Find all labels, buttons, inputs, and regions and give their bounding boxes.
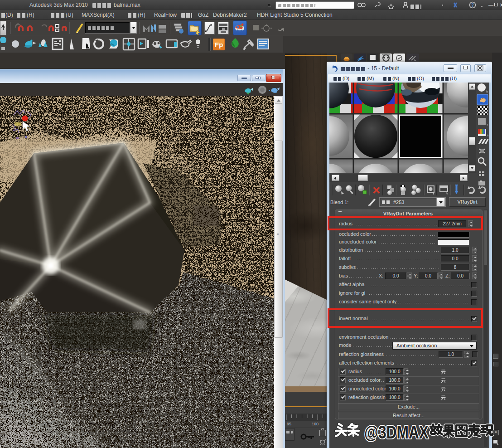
svg-text:@3DMAX: @3DMAX	[364, 422, 429, 443]
svg-text:?: ?	[471, 3, 474, 8]
svg-text:Fp: Fp	[215, 41, 223, 49]
